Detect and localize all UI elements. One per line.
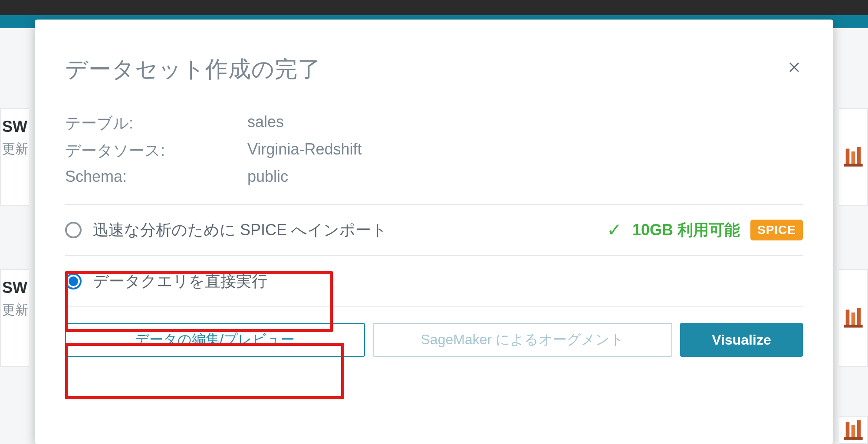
modal-title: データセット作成の完了 bbox=[65, 54, 803, 85]
option-direct-query-label: データクエリを直接実行 bbox=[93, 271, 267, 292]
bg-card-sub: 更新 bbox=[2, 140, 29, 158]
svg-rect-1 bbox=[851, 151, 855, 164]
sagemaker-augment-button[interactable]: SageMaker によるオーグメント bbox=[373, 323, 673, 357]
info-schema-label: Schema: bbox=[65, 168, 247, 186]
radio-direct-query[interactable] bbox=[65, 273, 82, 289]
svg-rect-11 bbox=[844, 437, 862, 440]
svg-rect-8 bbox=[845, 422, 849, 438]
spice-badge: SPICE bbox=[750, 220, 803, 240]
redshift-icon bbox=[842, 307, 865, 329]
edit-preview-label: データの編集/プレビュー bbox=[135, 330, 295, 349]
bg-card-left-2: SW 更新 bbox=[0, 269, 29, 367]
svg-rect-0 bbox=[845, 148, 849, 164]
close-icon[interactable] bbox=[786, 59, 803, 76]
spice-available-text: 10GB 利用可能 bbox=[632, 220, 740, 241]
svg-rect-7 bbox=[844, 325, 862, 328]
check-icon: ✓ bbox=[607, 221, 622, 239]
info-table-label: テーブル: bbox=[65, 113, 247, 134]
svg-rect-6 bbox=[857, 308, 861, 326]
info-source-value: Virginia-Redshift bbox=[247, 140, 803, 161]
redshift-icon bbox=[842, 146, 865, 168]
bg-card-sub: 更新 bbox=[2, 301, 29, 319]
info-schema-value: public bbox=[247, 168, 803, 186]
svg-rect-9 bbox=[851, 425, 855, 438]
svg-rect-10 bbox=[857, 420, 861, 438]
dataset-info: テーブル: sales データソース: Virginia-Redshift Sc… bbox=[65, 113, 803, 186]
edit-preview-button[interactable]: データの編集/プレビュー bbox=[65, 323, 365, 357]
bg-card-title: SW bbox=[2, 118, 29, 136]
app-topbar bbox=[0, 0, 868, 15]
redshift-icon bbox=[842, 419, 865, 442]
bg-card-left-1: SW 更新 bbox=[0, 108, 29, 206]
info-table-value: sales bbox=[247, 113, 803, 134]
visualize-button[interactable]: Visualize bbox=[680, 323, 803, 357]
svg-rect-4 bbox=[845, 309, 849, 326]
svg-rect-2 bbox=[857, 147, 861, 164]
bg-card-title: SW bbox=[2, 279, 29, 297]
visualize-label: Visualize bbox=[712, 332, 771, 348]
option-spice-import-row[interactable]: 迅速な分析のために SPICE へインポート ✓ 10GB 利用可能 SPICE bbox=[65, 205, 803, 256]
info-source-label: データソース: bbox=[65, 140, 247, 161]
svg-rect-3 bbox=[844, 164, 862, 167]
modal-button-row: データの編集/プレビュー SageMaker によるオーグメント Visuali… bbox=[65, 323, 803, 357]
dataset-complete-modal: データセット作成の完了 テーブル: sales データソース: Virginia… bbox=[35, 20, 833, 444]
option-spice-import-label: 迅速な分析のために SPICE へインポート bbox=[93, 220, 387, 241]
svg-rect-5 bbox=[851, 312, 855, 326]
option-direct-query-row[interactable]: データクエリを直接実行 bbox=[65, 256, 803, 307]
bg-card-right-1 bbox=[839, 108, 868, 206]
bg-card-right-3 bbox=[839, 416, 868, 444]
bg-card-right-2 bbox=[839, 269, 868, 367]
spice-availability: ✓ 10GB 利用可能 SPICE bbox=[607, 220, 803, 241]
sagemaker-augment-label: SageMaker によるオーグメント bbox=[421, 330, 624, 349]
radio-spice-import[interactable] bbox=[65, 222, 82, 238]
